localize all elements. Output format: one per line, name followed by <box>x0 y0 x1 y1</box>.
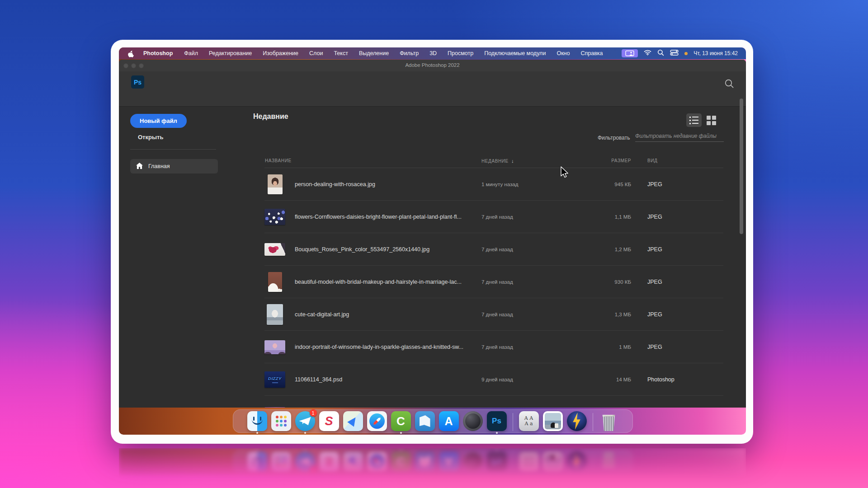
screen-mirroring-icon[interactable] <box>622 49 638 57</box>
running-indicator-dot <box>256 432 258 434</box>
recording-status-dot <box>684 52 688 55</box>
file-name: flowers-Cornflowers-daisies-bright-flowe… <box>295 214 462 220</box>
open-button[interactable]: Открыть <box>138 134 163 141</box>
file-name: Bouquets_Roses_Pink_color_553497_2560x14… <box>295 246 429 253</box>
table-row[interactable]: beautiful-model-with-bridal-makeup-and-h… <box>264 266 723 298</box>
dock-divider <box>513 452 513 470</box>
menu-item[interactable]: Справка <box>575 50 608 56</box>
running-indicator-dot <box>496 449 498 451</box>
table-row-partial[interactable] <box>264 396 723 408</box>
dock-item-photoshop[interactable]: Ps <box>487 411 507 433</box>
filter-input[interactable]: Фильтровать недавние файлы <box>635 131 724 142</box>
file-name: beautiful-model-with-bridal-makeup-and-h… <box>295 279 462 285</box>
grid-view-button[interactable] <box>707 116 717 125</box>
menu-item[interactable]: Изображение <box>257 50 304 56</box>
finder-icon <box>247 411 267 431</box>
column-header-size[interactable]: РАЗМЕР <box>577 158 631 163</box>
apple-menu-icon[interactable] <box>123 50 137 57</box>
dock-item-font-book[interactable]: A A A a <box>519 411 539 433</box>
file-date: 7 дней назад <box>481 247 513 252</box>
s-app-icon: S <box>319 411 339 431</box>
control-center-icon[interactable] <box>670 50 679 57</box>
table-row[interactable]: person-dealing-with-rosacea.jpg 1 минуту… <box>264 168 723 201</box>
search-icon[interactable] <box>723 78 735 89</box>
table-body: person-dealing-with-rosacea.jpg 1 минуту… <box>264 168 723 408</box>
file-date: 1 минуту назад <box>481 182 518 187</box>
menu-item[interactable]: Просмотр <box>442 50 479 56</box>
dock-glyph: A A A a <box>524 456 533 467</box>
spotlight-search-icon[interactable] <box>657 49 664 57</box>
menu-item[interactable]: 3D <box>424 50 442 56</box>
file-date: 7 дней назад <box>481 312 513 317</box>
menu-item[interactable]: Выделение <box>354 50 394 56</box>
font-book-icon: A A A a <box>519 411 539 431</box>
dock-item-lightning-app[interactable] <box>567 411 587 433</box>
sidebar-divider <box>130 149 216 150</box>
dock-item-lightning-app <box>567 450 587 472</box>
lens-app-icon <box>463 452 483 472</box>
page-title: Недавние <box>253 113 288 121</box>
menu-item[interactable]: Текст <box>328 50 353 56</box>
window-titlebar[interactable]: Adobe Photoshop 2022 <box>119 60 746 71</box>
dock-item-launchpad[interactable] <box>271 411 291 433</box>
dock-item-camtasia[interactable]: C <box>391 411 411 433</box>
menu-item[interactable]: Редактирование <box>203 50 257 56</box>
file-kind: JPEG <box>647 344 662 350</box>
file-size: 14 МБ <box>577 377 631 382</box>
maps-icon <box>343 452 363 472</box>
wifi-icon[interactable] <box>644 50 651 57</box>
file-kind: JPEG <box>647 246 662 253</box>
dock-divider <box>593 413 593 431</box>
dock-item-s-app[interactable]: S <box>319 411 339 433</box>
column-header-recent[interactable]: НЕДАВНИЕ↓ <box>481 158 514 164</box>
menu-app-name[interactable]: Photoshop <box>137 50 179 56</box>
menu-item[interactable]: Фильтр <box>394 50 424 56</box>
running-indicator-dot <box>304 432 306 434</box>
column-header-kind[interactable]: ВИД <box>647 158 657 163</box>
table-row[interactable]: indoor-portrait-of-winsome-lady-in-spark… <box>264 331 723 363</box>
menu-item[interactable]: Файл <box>179 50 203 56</box>
running-indicator-dot <box>400 432 402 434</box>
file-thumbnail <box>264 298 285 331</box>
sidebar-item-home[interactable]: Главная <box>130 159 218 174</box>
table-row[interactable]: DIZZY 11066114_364.psd 9 дней назад 14 М… <box>264 363 723 396</box>
dock-glyph: C <box>396 455 405 469</box>
dock-item-blue-editor[interactable] <box>415 411 435 433</box>
table-row[interactable]: cute-cat-digital-art.jpg 7 дней назад 1,… <box>264 298 723 331</box>
menu-bar-clock[interactable]: Чт, 13 июня 15:42 <box>693 50 738 56</box>
menu-bar: PhotoshopФайлРедактированиеИзображениеСл… <box>119 47 746 59</box>
dock-item-telegram[interactable]: 1 <box>295 411 315 433</box>
menu-item[interactable]: Окно <box>551 50 575 56</box>
running-indicator-dot <box>256 449 258 451</box>
dock-item-camtasia: C <box>391 450 411 472</box>
dock-item-trash[interactable] <box>599 411 619 433</box>
dock-item-finder[interactable] <box>247 411 267 433</box>
launchpad-icon <box>271 411 291 431</box>
file-kind: JPEG <box>647 311 662 318</box>
scrollbar[interactable] <box>740 99 743 234</box>
menu-items: PhotoshopФайлРедактированиеИзображениеСл… <box>137 50 609 56</box>
photo-utility-icon <box>543 411 563 431</box>
table-row[interactable]: flowers-Cornflowers-daisies-bright-flowe… <box>264 201 723 233</box>
menu-item[interactable]: Подключаемые модули <box>479 50 551 56</box>
camtasia-icon: C <box>391 411 411 431</box>
monitor-reflection: 1SCAPsA A A a <box>119 448 746 484</box>
column-header-name[interactable]: НАЗВАНИЕ <box>265 158 292 163</box>
dock-item-safari[interactable] <box>367 411 387 433</box>
sort-descending-icon: ↓ <box>511 158 514 164</box>
table-row[interactable]: Bouquets_Roses_Pink_color_553497_2560x14… <box>264 233 723 266</box>
dock-item-lens-app <box>463 450 483 472</box>
dock-item-launchpad <box>271 450 291 472</box>
dock-item-maps[interactable] <box>343 411 363 433</box>
new-file-button[interactable]: Новый файл <box>130 114 187 128</box>
dock-item-photo-utility[interactable] <box>543 411 563 433</box>
file-size: 1,3 МБ <box>577 312 631 317</box>
file-size: 1 МБ <box>577 344 631 350</box>
dock-item-lens-app[interactable] <box>463 411 483 433</box>
dock-item-photo-utility <box>543 450 563 472</box>
dock-item-app-store[interactable]: A <box>439 411 459 433</box>
list-view-button[interactable] <box>686 113 702 127</box>
file-kind: JPEG <box>647 214 662 220</box>
menu-item[interactable]: Слои <box>304 50 328 56</box>
camtasia-icon: C <box>391 452 411 472</box>
